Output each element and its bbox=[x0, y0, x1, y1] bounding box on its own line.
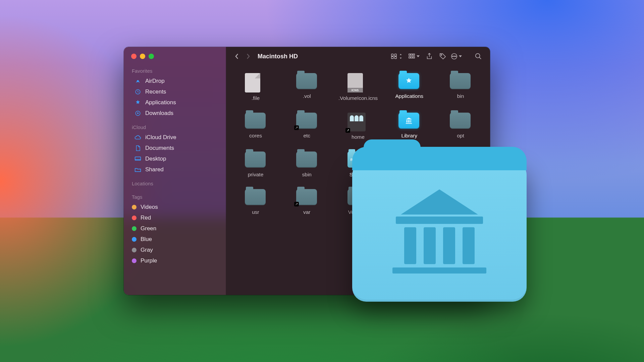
more-button[interactable] bbox=[450, 51, 462, 61]
sidebar-tag-videos[interactable]: Videos bbox=[124, 202, 226, 213]
svg-rect-12 bbox=[411, 57, 413, 58]
sidebar-item-shared[interactable]: Shared bbox=[126, 164, 223, 175]
file-label: bin bbox=[457, 93, 464, 99]
sidebar-label: iCloud Drive bbox=[145, 134, 176, 141]
group-by-button[interactable] bbox=[408, 51, 420, 61]
sidebar-tag-blue[interactable]: Blue bbox=[124, 234, 226, 245]
svg-rect-5 bbox=[394, 54, 396, 56]
file-item[interactable]: bin bbox=[439, 73, 482, 101]
search-button[interactable] bbox=[473, 51, 484, 61]
tag-label: Green bbox=[141, 225, 156, 232]
window-controls bbox=[124, 52, 226, 62]
favorites-header: Favorites bbox=[124, 62, 226, 76]
file-label: cores bbox=[249, 133, 262, 139]
file-item[interactable]: .vol bbox=[285, 73, 328, 101]
view-switcher-button[interactable] bbox=[391, 51, 402, 61]
minimize-button[interactable] bbox=[140, 54, 145, 59]
sidebar-label: AirDrop bbox=[145, 78, 165, 84]
file-item[interactable]: Library bbox=[388, 113, 431, 140]
library-folder-hero-icon bbox=[352, 161, 527, 302]
sidebar-item-airdrop[interactable]: AirDrop bbox=[126, 76, 223, 86]
toolbar: Macintosh HD bbox=[226, 47, 490, 66]
tag-dot-icon bbox=[132, 258, 137, 263]
cloud-icon bbox=[135, 134, 141, 141]
svg-point-16 bbox=[452, 56, 453, 57]
icns-icon: ICNS bbox=[347, 73, 369, 93]
tag-dot-icon bbox=[132, 237, 137, 242]
file-item[interactable]: Applications bbox=[388, 73, 431, 101]
sidebar-label: Applications bbox=[145, 99, 176, 106]
svg-point-17 bbox=[454, 56, 454, 57]
file-label: Applications bbox=[395, 93, 423, 99]
folder-icon bbox=[296, 73, 318, 90]
svg-rect-4 bbox=[391, 54, 393, 56]
alias-badge-icon bbox=[294, 202, 299, 206]
tag-label: Purple bbox=[141, 257, 157, 264]
file-label: var bbox=[303, 209, 311, 215]
file-item[interactable]: private bbox=[234, 152, 277, 178]
sidebar-label: Shared bbox=[145, 166, 164, 173]
file-label: etc bbox=[303, 133, 310, 139]
locations-header: Locations bbox=[124, 175, 226, 188]
back-button[interactable] bbox=[232, 52, 241, 61]
library-folder-icon bbox=[398, 113, 420, 130]
file-item[interactable]: opt bbox=[439, 113, 482, 140]
file-item[interactable]: home bbox=[337, 113, 380, 140]
file-item[interactable]: .file bbox=[234, 73, 277, 101]
tag-dot-icon bbox=[132, 226, 137, 231]
sidebar-tag-green[interactable]: Green bbox=[124, 223, 226, 234]
sidebar-label: Recents bbox=[145, 88, 166, 95]
sidebar-item-documents[interactable]: Documents bbox=[126, 143, 223, 154]
file-item[interactable]: ICNS.VolumeIcon.icns bbox=[337, 73, 380, 101]
forward-button[interactable] bbox=[244, 52, 253, 61]
folder-icon bbox=[245, 113, 266, 130]
file-label: Library bbox=[401, 133, 417, 139]
sidebar-label: Documents bbox=[145, 145, 174, 152]
folder-icon bbox=[296, 189, 318, 206]
file-item[interactable]: sbin bbox=[285, 152, 328, 178]
tag-dot-icon bbox=[132, 216, 137, 220]
file-item[interactable]: etc bbox=[285, 113, 328, 140]
folder-icon bbox=[245, 152, 266, 169]
file-item[interactable]: cores bbox=[234, 113, 277, 140]
svg-rect-13 bbox=[413, 57, 415, 58]
sidebar-tag-gray[interactable]: Gray bbox=[124, 245, 226, 255]
tag-button[interactable] bbox=[437, 51, 448, 61]
tag-label: Gray bbox=[141, 247, 153, 253]
alias-badge-icon bbox=[345, 128, 350, 133]
file-item[interactable]: var bbox=[285, 189, 328, 215]
sidebar-item-recents[interactable]: Recents bbox=[126, 86, 223, 97]
tag-label: Blue bbox=[141, 236, 152, 243]
zoom-button[interactable] bbox=[149, 54, 154, 59]
svg-point-14 bbox=[441, 55, 442, 56]
document-icon bbox=[245, 73, 266, 93]
sidebar-tag-purple[interactable]: Purple bbox=[124, 255, 226, 266]
svg-rect-3 bbox=[135, 157, 141, 160]
svg-rect-10 bbox=[413, 54, 415, 56]
svg-point-19 bbox=[476, 54, 480, 58]
share-button[interactable] bbox=[424, 51, 435, 61]
desktop-icon bbox=[135, 156, 141, 162]
file-label: sbin bbox=[302, 172, 312, 178]
svg-rect-6 bbox=[391, 57, 393, 59]
airdrop-icon bbox=[135, 78, 141, 84]
close-button[interactable] bbox=[131, 54, 137, 59]
folder-icon bbox=[450, 113, 471, 130]
sidebar: Favorites AirDrop Recents Applications D… bbox=[124, 47, 226, 295]
file-label: .VolumeIcon.icns bbox=[338, 95, 378, 101]
file-label: home bbox=[352, 134, 365, 140]
svg-rect-9 bbox=[411, 54, 413, 56]
folder-icon bbox=[296, 152, 318, 169]
svg-rect-7 bbox=[394, 57, 396, 59]
sidebar-item-desktop[interactable]: Desktop bbox=[126, 154, 223, 164]
file-item[interactable]: usr bbox=[234, 189, 277, 215]
sidebar-tag-red[interactable]: Red bbox=[124, 213, 226, 223]
downloads-icon bbox=[135, 110, 141, 117]
tag-label: Videos bbox=[141, 204, 158, 210]
sidebar-item-downloads[interactable]: Downloads bbox=[126, 108, 223, 119]
sidebar-item-icloud-drive[interactable]: iCloud Drive bbox=[126, 132, 223, 143]
folder-icon bbox=[296, 113, 318, 130]
sidebar-item-applications[interactable]: Applications bbox=[126, 97, 223, 108]
tag-label: Red bbox=[141, 215, 151, 221]
file-label: private bbox=[248, 172, 264, 178]
